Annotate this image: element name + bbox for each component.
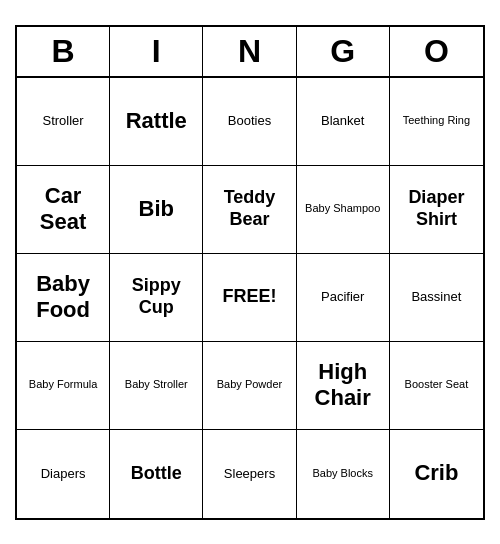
bingo-cell: Bassinet [390,254,483,342]
header-letter: N [203,27,296,76]
bingo-cell: Baby Formula [17,342,110,430]
bingo-cell: Baby Stroller [110,342,203,430]
bingo-cell: Diaper Shirt [390,166,483,254]
bingo-cell: Sleepers [203,430,296,518]
header-letter: B [17,27,110,76]
bingo-cell: FREE! [203,254,296,342]
header-letter: I [110,27,203,76]
bingo-cell: Booster Seat [390,342,483,430]
bingo-cell: Bottle [110,430,203,518]
bingo-cell: Baby Food [17,254,110,342]
bingo-cell: Bib [110,166,203,254]
bingo-cell: Car Seat [17,166,110,254]
bingo-cell: Crib [390,430,483,518]
bingo-cell: Teething Ring [390,78,483,166]
bingo-cell: Baby Powder [203,342,296,430]
bingo-cell: Baby Blocks [297,430,390,518]
bingo-cell: Stroller [17,78,110,166]
bingo-cell: Teddy Bear [203,166,296,254]
bingo-cell: Rattle [110,78,203,166]
bingo-card: BINGO StrollerRattleBootiesBlanketTeethi… [15,25,485,520]
header-letter: O [390,27,483,76]
header-letter: G [297,27,390,76]
bingo-header: BINGO [17,27,483,78]
bingo-cell: Booties [203,78,296,166]
bingo-cell: Pacifier [297,254,390,342]
bingo-cell: Sippy Cup [110,254,203,342]
bingo-cell: Blanket [297,78,390,166]
bingo-cell: High Chair [297,342,390,430]
bingo-cell: Diapers [17,430,110,518]
bingo-grid: StrollerRattleBootiesBlanketTeething Rin… [17,78,483,518]
bingo-cell: Baby Shampoo [297,166,390,254]
